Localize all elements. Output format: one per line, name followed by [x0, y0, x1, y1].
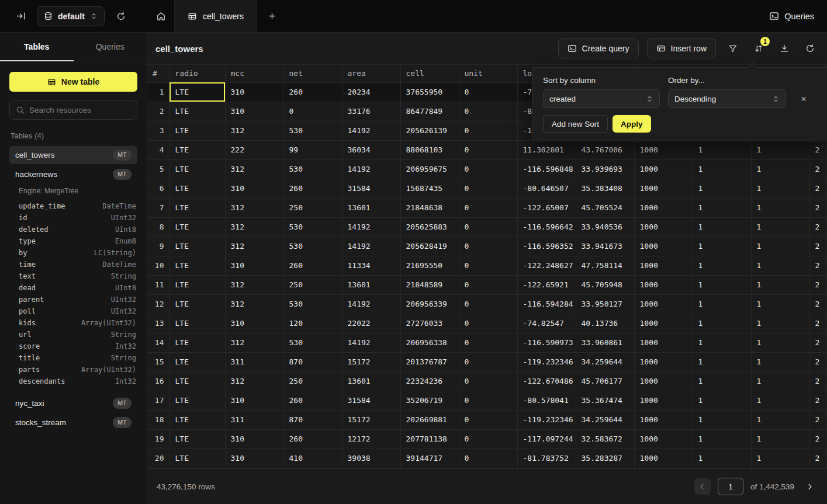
apply-sort-button[interactable]: Apply [613, 115, 651, 133]
table-cell[interactable]: 206956338 [400, 333, 459, 352]
table-cell[interactable]: 530 [283, 294, 342, 314]
table-cell[interactable]: 1 [693, 449, 751, 468]
table-cell[interactable]: 40.13736 [576, 314, 634, 333]
table-cell[interactable]: 530 [283, 333, 342, 352]
table-cell[interactable]: 1 [751, 294, 809, 314]
table-cell[interactable]: 310 [225, 82, 283, 102]
next-page-button[interactable] [801, 478, 818, 495]
table-cell[interactable]: 21695550 [400, 256, 459, 275]
table-cell[interactable]: 310 [225, 449, 283, 468]
table-cell[interactable]: 21848638 [400, 198, 459, 217]
create-query-button[interactable]: Create query [558, 39, 639, 58]
column-header[interactable]: area [342, 65, 400, 82]
table-cell[interactable]: 1 [751, 429, 809, 449]
table-cell[interactable]: 310 [225, 256, 283, 275]
table-cell[interactable]: 35206719 [400, 391, 459, 410]
table-cell[interactable]: 0 [459, 294, 517, 314]
table-cell[interactable]: 1000 [634, 410, 693, 429]
table-cell[interactable]: 1 [751, 449, 809, 468]
table-cell[interactable]: 15687435 [400, 179, 459, 198]
table-cell[interactable]: 0 [459, 217, 517, 237]
table-cell[interactable]: 206959675 [400, 159, 459, 179]
table-cell[interactable]: 0 [459, 159, 517, 179]
table-cell[interactable]: 22022 [342, 314, 400, 333]
table-cell[interactable]: 2 [809, 333, 827, 352]
sidebar-tab-tables[interactable]: Tables [0, 33, 74, 61]
table-cell[interactable]: 31584 [342, 179, 400, 198]
table-cell[interactable]: 0 [459, 352, 517, 371]
table-cell[interactable]: 1 [751, 371, 809, 391]
table-cell[interactable]: LTE [169, 275, 225, 294]
table-cell[interactable]: 2 [809, 314, 827, 333]
table-cell[interactable]: 12172 [342, 429, 400, 449]
table-cell[interactable]: 0 [283, 102, 342, 121]
table-cell[interactable]: 2 [809, 256, 827, 275]
table-cell[interactable]: 1 [693, 198, 751, 217]
table-cell[interactable]: 1000 [634, 275, 693, 294]
table-cell[interactable]: 312 [225, 237, 283, 256]
table-cell[interactable]: -117.097244 [517, 429, 576, 449]
table-cell[interactable]: LTE [169, 294, 225, 314]
table-cell[interactable]: -122.670486 [517, 371, 576, 391]
table-cell[interactable]: 27276033 [400, 314, 459, 333]
table-cell[interactable]: 310 [225, 429, 283, 449]
table-cell[interactable]: 1 [693, 391, 751, 410]
table-cell[interactable]: 45.706177 [576, 371, 634, 391]
table-cell[interactable]: 312 [225, 198, 283, 217]
table-cell[interactable]: LTE [169, 198, 225, 217]
sidebar-tab-queries[interactable]: Queries [74, 33, 147, 61]
table-cell[interactable]: -116.594284 [517, 294, 576, 314]
table-cell[interactable]: 0 [459, 314, 517, 333]
table-cell[interactable]: 14192 [342, 159, 400, 179]
table-cell[interactable]: 2 [809, 352, 827, 371]
table-cell[interactable]: 260 [283, 179, 342, 198]
column-header[interactable]: net [283, 65, 342, 82]
table-cell[interactable]: 14192 [342, 121, 400, 140]
table-cell[interactable]: LTE [169, 159, 225, 179]
table-cell[interactable]: -116.590973 [517, 333, 576, 352]
table-cell[interactable]: 20234 [342, 82, 400, 102]
table-cell[interactable]: 14192 [342, 333, 400, 352]
table-cell[interactable]: -80.646507 [517, 179, 576, 198]
table-cell[interactable]: 1000 [634, 217, 693, 237]
table-cell[interactable]: 1000 [634, 198, 693, 217]
table-cell[interactable]: 0 [459, 82, 517, 102]
table-cell[interactable]: 1000 [634, 391, 693, 410]
table-cell[interactable]: 311 [225, 410, 283, 429]
table-cell[interactable]: 1 [693, 256, 751, 275]
table-cell[interactable]: 2 [809, 371, 827, 391]
table-cell[interactable]: 1 [751, 333, 809, 352]
table-cell[interactable]: 45.705948 [576, 275, 634, 294]
table-cell[interactable]: 1 [693, 410, 751, 429]
table-cell[interactable]: -116.596848 [517, 159, 576, 179]
table-cell[interactable]: 1 [751, 237, 809, 256]
table-cell[interactable]: 1 [693, 237, 751, 256]
table-cell[interactable]: LTE [169, 371, 225, 391]
table-cell[interactable]: 35.367474 [576, 391, 634, 410]
table-cell[interactable]: 22324236 [400, 371, 459, 391]
table-cell[interactable]: 2 [809, 429, 827, 449]
table-cell[interactable]: 202669881 [400, 410, 459, 429]
column-header[interactable]: mcc [225, 65, 283, 82]
refresh-table-button[interactable] [801, 40, 819, 57]
table-cell[interactable]: 870 [283, 352, 342, 371]
table-cell[interactable]: LTE [169, 314, 225, 333]
column-header[interactable]: cell [400, 65, 459, 82]
table-cell[interactable]: LTE [169, 237, 225, 256]
table-cell[interactable]: 222 [225, 140, 283, 159]
table-cell[interactable]: 35.383408 [576, 179, 634, 198]
table-cell[interactable]: 310 [225, 391, 283, 410]
table-cell[interactable]: 1 [751, 140, 809, 159]
table-cell[interactable]: -119.232346 [517, 352, 576, 371]
download-button[interactable] [776, 40, 793, 57]
table-cell[interactable]: 2 [809, 294, 827, 314]
table-cell[interactable]: 1 [693, 294, 751, 314]
search-input[interactable] [29, 106, 131, 114]
table-cell[interactable]: 0 [459, 275, 517, 294]
table-cell[interactable]: 0 [459, 237, 517, 256]
table-cell[interactable]: 1 [693, 217, 751, 237]
table-cell[interactable]: 32.583672 [576, 429, 634, 449]
table-cell[interactable]: LTE [169, 140, 225, 159]
table-cell[interactable]: -116.596352 [517, 237, 576, 256]
table-cell[interactable]: 260 [283, 256, 342, 275]
